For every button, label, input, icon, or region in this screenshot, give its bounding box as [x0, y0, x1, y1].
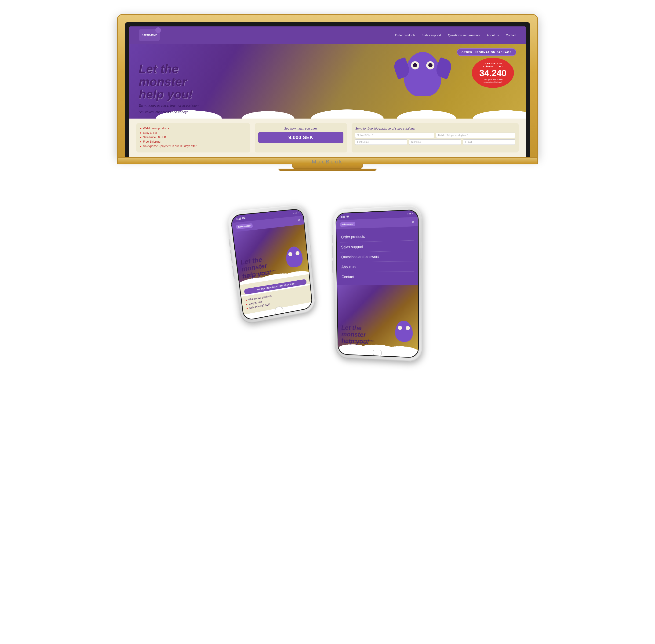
menu-item-contact[interactable]: Contact — [340, 272, 414, 282]
phone-right: 4:21 PM ●●● ▪ Kakmonster ≡ Order product… — [333, 205, 422, 362]
phone-menu-overlay: Order products Sales support Questions a… — [336, 226, 418, 285]
phone-logo: Kakmonster — [236, 223, 253, 229]
hero-title-line1: Let the — [139, 62, 179, 75]
phone-left-status-icons: ●●● ▪ — [293, 212, 298, 214]
stats-badge: ULRIKASKOLAN TJÄNADE TOTALT 34.240 Lorem… — [472, 58, 514, 88]
logo-monster-icon — [155, 27, 161, 33]
menu-item-questions-answers[interactable]: Questions and answers — [340, 251, 414, 262]
hero-title-line2: monster — [139, 75, 187, 88]
phones-section: 4:21 PM ●●● ▪ Kakmonster ≡ Let — [234, 208, 421, 361]
monster-pupil-left — [413, 63, 417, 67]
email-field[interactable]: E-mail — [463, 139, 515, 145]
hero-subtitle2: Sell cakes, crispbread and candy! — [139, 110, 516, 114]
nav-about-us[interactable]: About us — [487, 33, 499, 37]
laptop-foot — [278, 168, 377, 171]
phone-right-inner: 4:21 PM ●●● ▪ Kakmonster ≡ Order product… — [336, 209, 419, 358]
nav-contact[interactable]: Contact — [506, 33, 516, 37]
mobile-field[interactable]: Mobile / Telephone daytime * — [436, 133, 515, 138]
phone-right-logo: Kakmonster — [340, 222, 355, 227]
phone-right-side-btn-mute — [332, 235, 333, 243]
phone-monster-body — [285, 246, 303, 268]
school-club-field[interactable]: School / Club * — [355, 133, 434, 138]
phone-side-btn-power — [309, 239, 311, 255]
battery-icon: ▪ — [297, 212, 298, 214]
phone-side-btn-vol-up — [230, 250, 233, 263]
hero-section: ORDER INFORMATION PACKAGE Let the monste… — [129, 44, 526, 119]
bullet-2: ● Easy to sell — [140, 131, 247, 135]
bullet-text-2: Easy to sell — [143, 131, 157, 135]
hero-title: Let the monster help you! — [139, 63, 516, 101]
first-name-field[interactable]: First Name — [355, 139, 407, 145]
menu-item-about-us[interactable]: About us — [340, 261, 414, 272]
bullet-1: ● Well-known products — [140, 127, 247, 130]
hero-subtitle: Earn money to class, team or association… — [139, 104, 516, 107]
bullet-dot-3: ● — [140, 136, 141, 139]
phone-left-inner: 4:21 PM ●●● ▪ Kakmonster ≡ Let — [230, 208, 313, 321]
phone-monster-eye-right — [295, 251, 299, 256]
phone-right-monster-body — [395, 321, 413, 342]
bullet-3: ● Sale Price 50 SEK — [140, 136, 247, 139]
phone-right-monster-eye-left — [398, 326, 402, 330]
phone-right-monster — [393, 320, 414, 347]
phone-left-time: 4:21 PM — [236, 217, 246, 220]
menu-item-sales-support[interactable]: Sales support — [340, 240, 414, 252]
logo-text: Kakmonster — [142, 33, 157, 37]
right-battery-icon: ▪ — [412, 212, 413, 215]
monster-eye-right — [426, 61, 434, 69]
earn-label: See how much you earn: — [258, 127, 344, 130]
bullet-dot-4: ● — [140, 140, 141, 143]
phone-bullet-dot-2: ● — [246, 303, 248, 306]
hamburger-icon[interactable]: ≡ — [298, 218, 300, 223]
earn-amount: 9,000 SEK — [258, 132, 344, 143]
laptop-mockup: Kakmonster Order products Sales support … — [117, 14, 538, 171]
info-bullets-box: ● Well-known products ● Easy to sell ● S… — [136, 123, 250, 153]
site-nav: Kakmonster Order products Sales support … — [129, 26, 526, 44]
form-row-1: School / Club * Mobile / Telephone dayti… — [355, 133, 515, 138]
surname-field[interactable]: Surname — [409, 139, 461, 145]
phone-left-wrapper: 4:21 PM ●●● ▪ Kakmonster ≡ Let — [226, 204, 316, 325]
bullet-text-3: Sale Price 50 SEK — [143, 136, 166, 139]
phone-right-side-btn-vol-up — [332, 246, 334, 258]
earn-box: See how much you earn: 9,000 SEK — [255, 123, 347, 153]
send-box: Send for free info package of sales cata… — [352, 123, 519, 153]
monster-pupil-right — [428, 63, 432, 67]
stats-badge-number: 34.240 — [476, 69, 509, 78]
bullet-dot-5: ● — [140, 144, 141, 148]
macbook-label: MacBook — [312, 157, 343, 167]
bullet-dot-1: ● — [140, 127, 141, 130]
phone-bullet-dot-1: ● — [245, 299, 247, 302]
laptop-screen: Kakmonster Order products Sales support … — [129, 26, 526, 157]
info-section: ● Well-known products ● Easy to sell ● S… — [129, 119, 526, 157]
carrier-icon: ●●● — [293, 212, 297, 214]
phone-side-btn-mute — [229, 239, 231, 247]
bullet-4: ● Free Shipping — [140, 140, 247, 143]
phone-right-side-btn-vol-down — [333, 260, 334, 273]
phone-right-monster-eye-right — [405, 326, 410, 330]
monster-character — [399, 52, 446, 106]
phone-hero-monster — [283, 245, 305, 273]
phone-left-screen: 4:21 PM ●●● ▪ Kakmonster ≡ Let — [231, 209, 312, 320]
laptop-bezel: Kakmonster Order products Sales support … — [125, 22, 530, 157]
phone-right-hero: Let themonsterhelp you! Earn money to cl… — [337, 285, 418, 351]
phone-monster-eye-left — [288, 252, 292, 256]
stats-badge-title: ULRIKASKOLAN TJÄNADE TOTALT — [476, 63, 509, 68]
stats-badge-desc: Lorem ipsum dolor sit amet, consectetur … — [476, 78, 509, 83]
form-row-2: First Name Surname E-mail — [355, 139, 515, 145]
hamburger-icon-right[interactable]: ≡ — [412, 220, 414, 224]
monster-body — [404, 52, 442, 96]
nav-sales-support[interactable]: Sales support — [423, 33, 441, 37]
hero-content: Let the monster help you! Earn money to … — [139, 48, 516, 114]
nav-questions-answers[interactable]: Questions and answers — [448, 33, 480, 37]
phone-right-status-icons: ●●● ▪ — [407, 212, 413, 215]
nav-links: Order products Sales support Questions a… — [395, 33, 516, 37]
monster-eye-left — [411, 61, 419, 69]
site-logo: Kakmonster — [139, 29, 160, 41]
laptop-base: MacBook — [117, 158, 538, 164]
phone-side-btn-vol-down — [232, 266, 235, 279]
phone-right-screen: 4:21 PM ●●● ▪ Kakmonster ≡ Order product… — [336, 210, 418, 357]
bullet-text-1: Well-known products — [143, 127, 169, 130]
nav-order-products[interactable]: Order products — [395, 33, 415, 37]
hero-order-button[interactable]: ORDER INFORMATION PACKAGE — [457, 48, 516, 56]
bullet-5: ● No expense - payment is due 30 days af… — [140, 144, 247, 148]
phone-right-wrapper: 4:21 PM ●●● ▪ Kakmonster ≡ Order product… — [333, 205, 422, 362]
